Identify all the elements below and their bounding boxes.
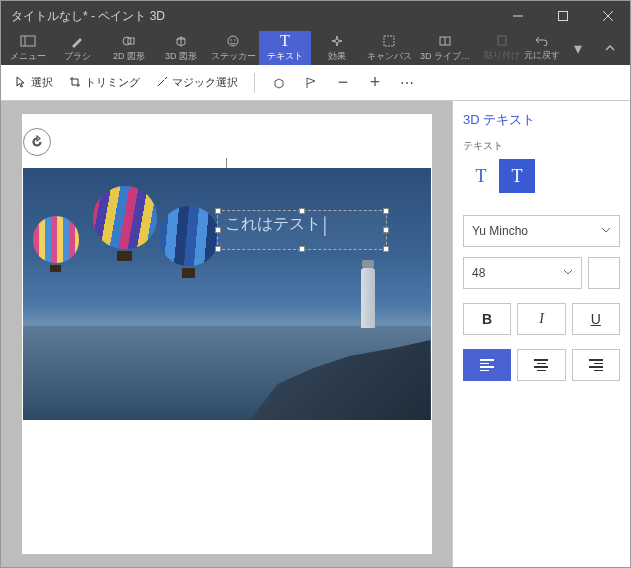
- ribbon-3d-label: 3D 図形: [165, 50, 197, 63]
- shape3d-icon: [174, 33, 188, 49]
- text-3d-toggle[interactable]: T: [499, 159, 535, 193]
- crop-icon: [69, 76, 81, 90]
- ribbon-canvas[interactable]: キャンバス: [363, 31, 415, 65]
- ribbon-text-label: テキスト: [267, 50, 303, 63]
- text-edit-box[interactable]: これはテスト│: [217, 210, 387, 250]
- effects-icon: [330, 33, 344, 49]
- svg-point-9: [230, 39, 232, 41]
- paste-icon: [496, 34, 508, 48]
- secondary-toolbar: 選択 トリミング マジック選択 − + ⋯: [1, 65, 630, 101]
- sticker-icon: [226, 33, 240, 49]
- ribbon-toolbar: メニュー ブラシ 2D 図形 3D 図形 ステッカー T テキスト 効果 キャン: [1, 31, 630, 65]
- size-select[interactable]: 48: [463, 257, 582, 289]
- ribbon-lib3d-label: 3D ライブ…: [420, 50, 470, 63]
- ribbon-2d-shapes[interactable]: 2D 図形: [103, 31, 155, 65]
- rotate-stem: [226, 158, 227, 168]
- font-value: Yu Mincho: [472, 224, 528, 238]
- toolbar-divider: [254, 73, 255, 93]
- balloon-2: [93, 186, 157, 270]
- tool-select[interactable]: 選択: [9, 71, 59, 94]
- ribbon-menu-label: メニュー: [10, 50, 46, 63]
- ribbon-paste: 貼り付け: [482, 31, 522, 65]
- minimize-button[interactable]: [495, 1, 540, 31]
- rotate-handle[interactable]: [23, 128, 51, 156]
- app-window: タイトルなし* - ペイント 3D メニュー ブラシ 2D 図形 3D 図形 ス…: [0, 0, 631, 568]
- magic-icon: [156, 76, 168, 90]
- ribbon-undo-label: 元に戻す: [524, 49, 560, 62]
- pointer-icon: [15, 76, 27, 90]
- ribbon-3d-library[interactable]: 3D ライブ…: [415, 31, 475, 65]
- side-section-label: テキスト: [463, 139, 620, 153]
- side-panel: 3D テキスト テキスト T T Yu Mincho 48 B I U: [452, 101, 630, 567]
- balloon-1: [33, 216, 79, 278]
- canvas-stage: これはテスト│: [22, 114, 432, 554]
- ribbon-sticker-label: ステッカー: [211, 50, 256, 63]
- bold-button[interactable]: B: [463, 303, 511, 335]
- text-icon: T: [280, 33, 290, 49]
- tool-flag[interactable]: [297, 69, 325, 97]
- ribbon-2d-label: 2D 図形: [113, 50, 145, 63]
- lib3d-icon: [438, 33, 452, 49]
- ribbon-undo[interactable]: 元に戻す: [522, 31, 562, 65]
- title-bar[interactable]: タイトルなし* - ペイント 3D: [1, 1, 630, 31]
- brush-icon: [70, 33, 84, 49]
- ribbon-effects[interactable]: 効果: [311, 31, 363, 65]
- menu-icon: [20, 33, 36, 49]
- align-left-button[interactable]: [463, 349, 511, 381]
- ribbon-3d-shapes[interactable]: 3D 図形: [155, 31, 207, 65]
- ribbon-brush-label: ブラシ: [64, 50, 91, 63]
- chevron-down-icon: [601, 224, 611, 238]
- ribbon-text[interactable]: T テキスト: [259, 31, 311, 65]
- shape2d-icon: [122, 33, 136, 49]
- svg-rect-11: [384, 36, 394, 46]
- text-2d-toggle[interactable]: T: [463, 159, 499, 193]
- size-value: 48: [472, 266, 485, 280]
- ribbon-brush[interactable]: ブラシ: [51, 31, 103, 65]
- italic-button[interactable]: I: [517, 303, 565, 335]
- maximize-button[interactable]: [540, 1, 585, 31]
- ribbon-menu[interactable]: メニュー: [5, 31, 51, 65]
- undo-icon: [535, 34, 549, 48]
- underline-button[interactable]: U: [572, 303, 620, 335]
- canvas-icon: [382, 33, 396, 49]
- svg-point-10: [234, 39, 236, 41]
- tool-magic-label: マジック選択: [172, 75, 238, 90]
- tool-more[interactable]: ⋯: [393, 69, 421, 97]
- ribbon-effects-label: 効果: [328, 50, 346, 63]
- align-center-button[interactable]: [517, 349, 565, 381]
- ribbon-collapse[interactable]: [594, 31, 626, 65]
- tool-select-label: 選択: [31, 75, 53, 90]
- canvas-image[interactable]: これはテスト│: [23, 168, 431, 420]
- lighthouse: [361, 268, 375, 328]
- ribbon-more-dropdown[interactable]: ▾: [562, 31, 594, 65]
- svg-rect-4: [21, 36, 35, 46]
- tool-crop[interactable]: トリミング: [63, 71, 146, 94]
- canvas-area[interactable]: これはテスト│: [1, 101, 452, 567]
- balloon-3: [159, 206, 219, 286]
- color-swatch[interactable]: [588, 257, 620, 289]
- side-title: 3D テキスト: [463, 111, 620, 129]
- tool-crop-label: トリミング: [85, 75, 140, 90]
- tool-3d-view[interactable]: [265, 69, 293, 97]
- tool-zoom-in[interactable]: +: [361, 69, 389, 97]
- ribbon-canvas-label: キャンバス: [367, 50, 412, 63]
- font-select[interactable]: Yu Mincho: [463, 215, 620, 247]
- tool-zoom-out[interactable]: −: [329, 69, 357, 97]
- ribbon-sticker[interactable]: ステッカー: [207, 31, 259, 65]
- align-right-button[interactable]: [572, 349, 620, 381]
- tool-magic-select[interactable]: マジック選択: [150, 71, 244, 94]
- close-button[interactable]: [585, 1, 630, 31]
- chevron-down-icon: [563, 266, 573, 280]
- ribbon-paste-label: 貼り付け: [484, 49, 520, 62]
- svg-rect-14: [498, 36, 506, 45]
- window-title: タイトルなし* - ペイント 3D: [11, 8, 165, 25]
- svg-rect-1: [558, 12, 567, 21]
